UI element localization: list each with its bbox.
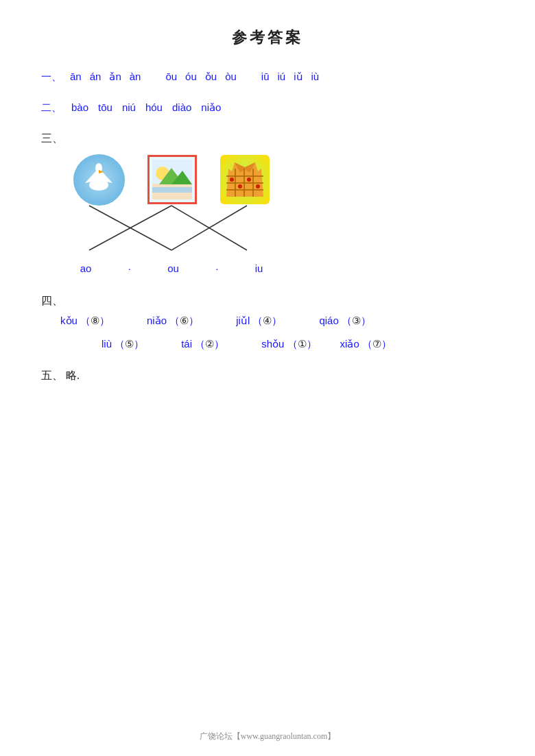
svg-point-19 [230, 178, 234, 182]
section4-item-1: niǎo （⑥） [147, 311, 199, 330]
section1-item-6: ǒu [205, 67, 217, 86]
section4-row1: kǒu （⑧） niǎo （⑥） jiǔl （④） qiáo （③） [60, 311, 494, 330]
section2-item-4: diào [172, 98, 191, 117]
section4-item-3: qiáo （③） [319, 311, 371, 330]
section2: 二、 bào tōu niú hóu diào niǎo [41, 98, 494, 117]
section4-item-4: liù （⑤） [102, 334, 144, 354]
section1-item-5: óu [185, 67, 197, 86]
section5: 五、 略. [41, 366, 494, 386]
section3-label: 三、 [41, 132, 63, 144]
image-scene [147, 155, 197, 204]
section4-row2: liù （⑤） tái （②） shǒu （①） xiǎo （⑦） [102, 334, 494, 354]
section1-item-8: iū [261, 67, 270, 86]
page-title: 参考答案 [41, 27, 494, 48]
svg-rect-10 [152, 187, 192, 193]
section4-item-0: kǒu （⑧） [60, 311, 110, 330]
section2-item-0: bào [71, 98, 88, 117]
section1-item-3: àn [130, 67, 141, 86]
image-bird [73, 154, 125, 206]
section2-item-3: hóu [145, 98, 163, 117]
section2-item-1: tōu [98, 98, 112, 117]
section1-item-9: iú [278, 67, 286, 86]
section1-item-7: òu [225, 67, 237, 86]
section1-item-0: ān [70, 67, 82, 86]
section4-label: 四、 [41, 295, 63, 306]
section4: 四、 kǒu （⑧） niǎo （⑥） jiǔl （④） qiáo （③） [41, 291, 494, 354]
svg-point-21 [247, 178, 251, 182]
page: 参考答案 一、 ān án ǎn àn ōu óu ǒu òu iū iú iǔ… [0, 0, 535, 756]
section2-item-2: niú [122, 98, 136, 117]
section4-item-2: jiǔl （④） [236, 311, 282, 330]
footer: 广饶论坛【www.guangraoluntan.com】 [0, 731, 535, 742]
section2-item-5: niǎo [201, 98, 221, 117]
section1-item-11: iù [311, 67, 320, 86]
footer-text: 广饶论坛【www.guangraoluntan.com】 [200, 731, 336, 741]
image-coat [220, 155, 270, 204]
section1-item-10: iǔ [294, 67, 302, 86]
section1-item-1: án [90, 67, 102, 86]
section1-item-2: ǎn [109, 67, 121, 86]
section1-item-4: ōu [165, 67, 177, 86]
section1-label: 一、 [41, 67, 62, 86]
section3: 三、 [41, 129, 494, 278]
section1: 一、 ān án ǎn àn ōu óu ǒu òu iū iú iǔ iù [41, 67, 494, 86]
svg-point-22 [256, 184, 260, 188]
section5-text: 略. [66, 369, 80, 381]
section4-item-6: shǒu （①） [261, 334, 316, 354]
section2-label: 二、 [41, 98, 62, 117]
section4-item-5: tái （②） [181, 334, 224, 354]
svg-point-20 [238, 184, 242, 188]
section4-item-7: xiǎo （⑦） [340, 334, 392, 354]
section5-label: 五、 [41, 369, 63, 381]
